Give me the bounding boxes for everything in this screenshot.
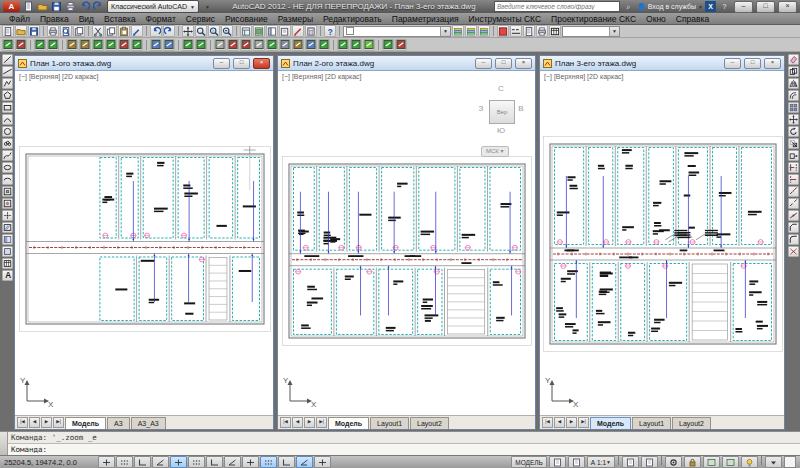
rotate-icon[interactable]: [788, 126, 799, 137]
layer-prev-icon[interactable]: [465, 25, 477, 37]
sks-settings-icon[interactable]: [15, 39, 27, 51]
plot-icon[interactable]: [64, 1, 77, 12]
sks-pencil-red-icon[interactable]: [227, 39, 239, 51]
stretch-icon[interactable]: [788, 150, 799, 161]
workspace-gear-icon[interactable]: [665, 456, 682, 468]
app-minimize-button[interactable]: –: [734, 1, 753, 13]
document-restore-button[interactable]: □: [744, 58, 761, 69]
circle-icon[interactable]: [2, 126, 13, 137]
annotation-vis-icon[interactable]: [622, 456, 639, 468]
app-restore-button[interactable]: □: [756, 1, 775, 13]
document-title-bar[interactable]: План 1-ого этажа.dwg–□×: [15, 56, 273, 71]
markup-icon[interactable]: [292, 25, 304, 37]
undo-icon[interactable]: [150, 25, 162, 37]
open-file-icon[interactable]: [15, 25, 27, 37]
break-icon[interactable]: [788, 198, 799, 209]
explode-icon[interactable]: [788, 246, 799, 257]
status-menu-arrow-icon[interactable]: [765, 456, 782, 468]
next-tab-icon[interactable]: ▶: [566, 417, 577, 428]
sks-ruler-icon[interactable]: [292, 39, 304, 51]
document-window-1[interactable]: План 1-ого этажа.dwg–□×[−] [Верхняя] [2D…: [14, 55, 274, 430]
menu-item-5[interactable]: Формат: [141, 14, 181, 24]
workspace-selector[interactable]: Классический AutoCAD ▼: [107, 0, 199, 13]
toolbar-lock-icon[interactable]: [684, 456, 701, 468]
sks-pencil-icon[interactable]: [214, 39, 226, 51]
menu-item-1[interactable]: Файл: [4, 14, 35, 24]
menu-item-11[interactable]: Инструменты СКС: [464, 14, 547, 24]
dyn-toggle[interactable]: [242, 456, 259, 468]
lwt-toggle[interactable]: [260, 456, 277, 468]
document-restore-button[interactable]: □: [495, 58, 512, 69]
tpy-toggle[interactable]: [278, 456, 295, 468]
offset-icon[interactable]: [788, 90, 799, 101]
trim-icon[interactable]: [788, 162, 799, 173]
last-tab-icon[interactable]: ▶|: [316, 417, 327, 428]
menu-item-13[interactable]: Окно: [641, 14, 671, 24]
menu-item-9[interactable]: Редактировать: [318, 14, 387, 24]
coordinates-readout[interactable]: 25204.5, 19474.2, 0.0: [4, 458, 96, 467]
help-search-input[interactable]: [494, 1, 620, 12]
floor-plan-drawing[interactable]: [19, 145, 271, 333]
paste-icon[interactable]: [118, 25, 130, 37]
design-center-icon[interactable]: [253, 25, 265, 37]
redo-icon[interactable]: [92, 1, 105, 12]
menu-item-3[interactable]: Вид: [74, 14, 99, 24]
document-close-button[interactable]: ×: [764, 58, 781, 69]
snap-toggle[interactable]: [98, 456, 115, 468]
ortho-toggle[interactable]: [134, 456, 151, 468]
floor-plan-drawing[interactable]: [543, 135, 783, 353]
autocad-logo-icon[interactable]: A: [3, 1, 20, 12]
point-icon[interactable]: [2, 210, 13, 221]
line-icon[interactable]: [2, 54, 13, 65]
prev-tab-icon[interactable]: ◀: [554, 417, 565, 428]
properties-icon[interactable]: [240, 25, 252, 37]
zoom-realtime-icon[interactable]: [195, 25, 207, 37]
undo-icon[interactable]: [78, 1, 91, 12]
region-icon[interactable]: [2, 246, 13, 257]
document-title-bar[interactable]: План 3-его этажа.dwg–□×: [540, 56, 784, 71]
first-tab-icon[interactable]: |◀: [542, 417, 553, 428]
publish-icon[interactable]: [73, 25, 85, 37]
save-icon[interactable]: [50, 1, 63, 12]
extend-icon[interactable]: [788, 174, 799, 185]
erase-icon[interactable]: [788, 54, 799, 65]
document-minimize-button[interactable]: –: [213, 58, 230, 69]
drawing-area[interactable]: [−] [Верхняя] [2D каркас]YX: [15, 71, 273, 415]
viewcube-wcs-menu[interactable]: МСК ▾: [481, 146, 509, 157]
cut-icon[interactable]: [92, 25, 104, 37]
insert-block-icon[interactable]: [2, 186, 13, 197]
floor-plan-drawing[interactable]: [282, 155, 532, 347]
pan-icon[interactable]: [182, 25, 194, 37]
lamp-icon[interactable]: [741, 456, 758, 468]
new-file-icon[interactable]: [2, 25, 14, 37]
annotation-scale-button[interactable]: А 1:1 ▼: [587, 456, 615, 468]
spline-icon[interactable]: [2, 150, 13, 161]
new-file-icon[interactable]: [22, 1, 35, 12]
next-tab-icon[interactable]: ▶: [304, 417, 315, 428]
copy-icon[interactable]: [788, 66, 799, 77]
annotation-auto-icon[interactable]: [641, 456, 658, 468]
document-close-button[interactable]: ×: [253, 58, 270, 69]
make-object-layer-icon[interactable]: [452, 25, 464, 37]
sks-check-icon[interactable]: [266, 39, 278, 51]
redo-icon[interactable]: [163, 25, 175, 37]
zoom-prev-icon[interactable]: [221, 25, 233, 37]
sks-erase-mark-icon[interactable]: [253, 39, 265, 51]
chamfer-icon[interactable]: [788, 222, 799, 233]
table-style-icon[interactable]: [549, 25, 561, 37]
next-tab-icon[interactable]: ▶: [41, 417, 52, 428]
sks-cable-line-icon[interactable]: [163, 39, 175, 51]
sks-floor-icon[interactable]: [79, 39, 91, 51]
sks-rack-icon[interactable]: [47, 39, 59, 51]
viewcube-top-face[interactable]: Вер: [489, 100, 515, 124]
menu-item-6[interactable]: Сервис: [181, 14, 220, 24]
tool-palettes-icon[interactable]: [266, 25, 278, 37]
scale-icon[interactable]: [788, 138, 799, 149]
tab-layout1[interactable]: Layout1: [370, 417, 409, 429]
app-close-button[interactable]: ×: [778, 1, 797, 13]
revision-cloud-icon[interactable]: [2, 138, 13, 149]
help-icon[interactable]: ?: [718, 1, 731, 12]
sks-route-icon[interactable]: [182, 39, 194, 51]
sks-export-icon[interactable]: [350, 39, 362, 51]
model-space-button[interactable]: МОДЕЛЬ: [511, 456, 547, 468]
